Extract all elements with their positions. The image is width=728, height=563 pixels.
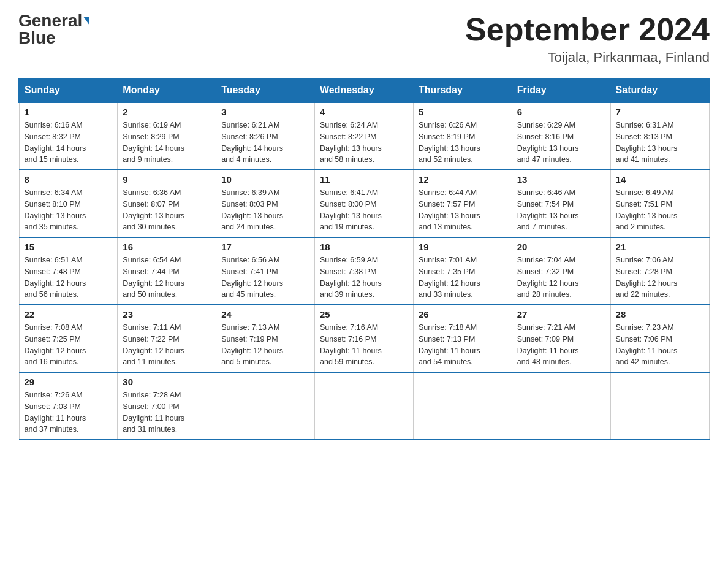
day-number: 9 [123,174,211,185]
day-cell-22: 22Sunrise: 7:08 AMSunset: 7:25 PMDayligh… [19,305,118,372]
day-cell-11: 11Sunrise: 6:41 AMSunset: 8:00 PMDayligh… [315,170,414,237]
day-number: 22 [25,309,113,320]
day-info: Sunrise: 7:23 AMSunset: 7:06 PMDaylight:… [616,322,704,368]
day-cell-12: 12Sunrise: 6:44 AMSunset: 7:57 PMDayligh… [413,170,512,237]
day-cell-1: 1Sunrise: 6:16 AMSunset: 8:32 PMDaylight… [19,102,118,170]
day-number: 16 [123,242,211,252]
day-info: Sunrise: 6:31 AMSunset: 8:13 PMDaylight:… [616,120,704,166]
day-info: Sunrise: 7:11 AMSunset: 7:22 PMDaylight:… [123,322,211,368]
day-cell-21: 21Sunrise: 7:06 AMSunset: 7:28 PMDayligh… [610,237,709,305]
week-row-1: 1Sunrise: 6:16 AMSunset: 8:32 PMDaylight… [19,102,709,170]
day-info: Sunrise: 6:41 AMSunset: 8:00 PMDaylight:… [320,187,408,233]
day-info: Sunrise: 7:13 AMSunset: 7:19 PMDaylight:… [221,322,309,368]
day-number: 8 [25,174,113,185]
day-info: Sunrise: 6:16 AMSunset: 8:32 PMDaylight:… [25,120,113,166]
day-number: 26 [419,309,507,320]
logo-text-blue: Blue [18,29,56,47]
day-cell-18: 18Sunrise: 6:59 AMSunset: 7:38 PMDayligh… [315,237,414,305]
week-row-5: 29Sunrise: 7:26 AMSunset: 7:03 PMDayligh… [19,372,709,440]
day-cell-4: 4Sunrise: 6:24 AMSunset: 8:22 PMDaylight… [315,102,414,170]
day-cell-empty [413,372,512,440]
col-header-tuesday: Tuesday [216,79,315,103]
page-header: General Blue September 2024 Toijala, Pir… [18,12,710,66]
day-cell-30: 30Sunrise: 7:28 AMSunset: 7:00 PMDayligh… [118,372,216,440]
day-cell-23: 23Sunrise: 7:11 AMSunset: 7:22 PMDayligh… [118,305,216,372]
day-info: Sunrise: 6:29 AMSunset: 8:16 PMDaylight:… [517,120,605,166]
day-cell-20: 20Sunrise: 7:04 AMSunset: 7:32 PMDayligh… [512,237,610,305]
day-info: Sunrise: 6:36 AMSunset: 8:07 PMDaylight:… [123,187,211,233]
day-cell-19: 19Sunrise: 7:01 AMSunset: 7:35 PMDayligh… [413,237,512,305]
calendar-table: SundayMondayTuesdayWednesdayThursdayFrid… [18,78,710,440]
day-info: Sunrise: 6:21 AMSunset: 8:26 PMDaylight:… [221,120,309,166]
day-number: 5 [419,107,507,117]
day-cell-empty [512,372,610,440]
day-cell-28: 28Sunrise: 7:23 AMSunset: 7:06 PMDayligh… [610,305,709,372]
day-number: 13 [517,174,605,185]
col-header-sunday: Sunday [19,79,118,103]
day-number: 29 [25,377,113,387]
day-number: 15 [25,242,113,252]
day-info: Sunrise: 6:54 AMSunset: 7:44 PMDaylight:… [123,255,211,301]
week-row-2: 8Sunrise: 6:34 AMSunset: 8:10 PMDaylight… [19,170,709,237]
day-number: 23 [123,309,211,320]
day-info: Sunrise: 7:06 AMSunset: 7:28 PMDaylight:… [616,255,704,301]
day-cell-empty [610,372,709,440]
day-info: Sunrise: 7:18 AMSunset: 7:13 PMDaylight:… [419,322,507,368]
day-number: 12 [419,174,507,185]
day-number: 25 [320,309,408,320]
day-cell-7: 7Sunrise: 6:31 AMSunset: 8:13 PMDaylight… [610,102,709,170]
day-number: 10 [221,174,309,185]
day-number: 4 [320,107,408,117]
month-title: September 2024 [465,12,710,47]
day-number: 19 [419,242,507,252]
day-info: Sunrise: 6:24 AMSunset: 8:22 PMDaylight:… [320,120,408,166]
day-info: Sunrise: 6:26 AMSunset: 8:19 PMDaylight:… [419,120,507,166]
week-row-3: 15Sunrise: 6:51 AMSunset: 7:48 PMDayligh… [19,237,709,305]
day-number: 18 [320,242,408,252]
day-cell-25: 25Sunrise: 7:16 AMSunset: 7:16 PMDayligh… [315,305,414,372]
day-info: Sunrise: 6:59 AMSunset: 7:38 PMDaylight:… [320,255,408,301]
day-info: Sunrise: 7:16 AMSunset: 7:16 PMDaylight:… [320,322,408,368]
calendar-header-row: SundayMondayTuesdayWednesdayThursdayFrid… [19,79,709,103]
day-cell-2: 2Sunrise: 6:19 AMSunset: 8:29 PMDaylight… [118,102,216,170]
col-header-wednesday: Wednesday [315,79,414,103]
day-cell-16: 16Sunrise: 6:54 AMSunset: 7:44 PMDayligh… [118,237,216,305]
day-cell-empty [216,372,315,440]
logo: General Blue [18,12,89,47]
col-header-thursday: Thursday [413,79,512,103]
day-info: Sunrise: 7:08 AMSunset: 7:25 PMDaylight:… [25,322,113,368]
title-block: September 2024 Toijala, Pirkanmaa, Finla… [465,12,710,66]
day-cell-6: 6Sunrise: 6:29 AMSunset: 8:16 PMDaylight… [512,102,610,170]
day-info: Sunrise: 7:04 AMSunset: 7:32 PMDaylight:… [517,255,605,301]
day-number: 20 [517,242,605,252]
day-info: Sunrise: 6:49 AMSunset: 7:51 PMDaylight:… [616,187,704,233]
day-info: Sunrise: 6:44 AMSunset: 7:57 PMDaylight:… [419,187,507,233]
day-cell-26: 26Sunrise: 7:18 AMSunset: 7:13 PMDayligh… [413,305,512,372]
day-number: 14 [616,174,704,185]
day-cell-15: 15Sunrise: 6:51 AMSunset: 7:48 PMDayligh… [19,237,118,305]
day-cell-24: 24Sunrise: 7:13 AMSunset: 7:19 PMDayligh… [216,305,315,372]
day-number: 11 [320,174,408,185]
day-cell-8: 8Sunrise: 6:34 AMSunset: 8:10 PMDaylight… [19,170,118,237]
col-header-friday: Friday [512,79,610,103]
day-cell-29: 29Sunrise: 7:26 AMSunset: 7:03 PMDayligh… [19,372,118,440]
day-cell-empty [315,372,414,440]
col-header-saturday: Saturday [610,79,709,103]
day-number: 2 [123,107,211,117]
day-cell-9: 9Sunrise: 6:36 AMSunset: 8:07 PMDaylight… [118,170,216,237]
day-info: Sunrise: 6:51 AMSunset: 7:48 PMDaylight:… [25,255,113,301]
day-number: 7 [616,107,704,117]
day-info: Sunrise: 7:21 AMSunset: 7:09 PMDaylight:… [517,322,605,368]
day-cell-14: 14Sunrise: 6:49 AMSunset: 7:51 PMDayligh… [610,170,709,237]
day-info: Sunrise: 7:28 AMSunset: 7:00 PMDaylight:… [123,389,211,435]
day-number: 6 [517,107,605,117]
day-cell-3: 3Sunrise: 6:21 AMSunset: 8:26 PMDaylight… [216,102,315,170]
day-info: Sunrise: 6:39 AMSunset: 8:03 PMDaylight:… [221,187,309,233]
day-info: Sunrise: 6:34 AMSunset: 8:10 PMDaylight:… [25,187,113,233]
day-cell-5: 5Sunrise: 6:26 AMSunset: 8:19 PMDaylight… [413,102,512,170]
day-cell-13: 13Sunrise: 6:46 AMSunset: 7:54 PMDayligh… [512,170,610,237]
day-number: 24 [221,309,309,320]
day-info: Sunrise: 6:56 AMSunset: 7:41 PMDaylight:… [221,255,309,301]
day-info: Sunrise: 7:26 AMSunset: 7:03 PMDaylight:… [25,389,113,435]
location-subtitle: Toijala, Pirkanmaa, Finland [465,50,710,66]
